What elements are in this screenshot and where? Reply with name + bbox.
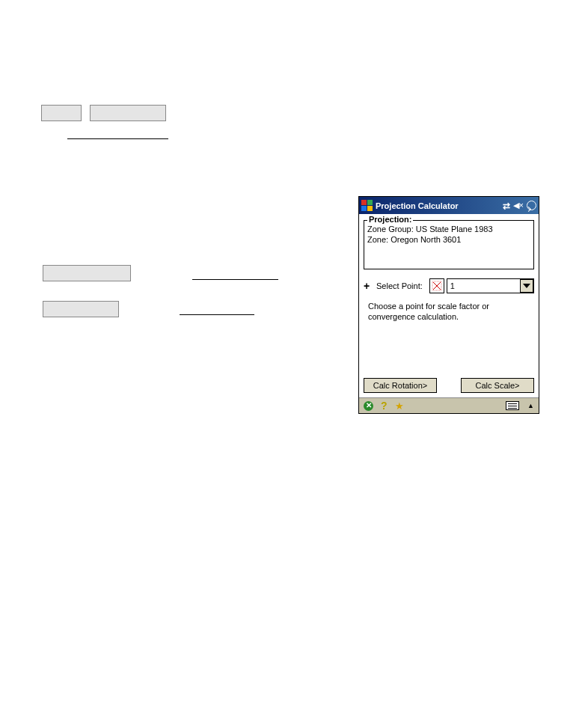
- underline-decoration-2: [192, 279, 278, 280]
- star-icon[interactable]: ★: [395, 400, 404, 412]
- point-dropdown-value: 1: [447, 281, 458, 290]
- placeholder-button-4[interactable]: [43, 301, 119, 317]
- placeholder-button-1[interactable]: [41, 105, 82, 121]
- placeholder-button-2[interactable]: [90, 105, 166, 121]
- calc-scale-button[interactable]: Calc Scale>: [461, 378, 534, 393]
- hint-text: Choose a point for scale factor or conve…: [364, 301, 534, 323]
- select-point-label: Select Point:: [376, 281, 423, 290]
- projection-calculator-window: Projection Calculator ⇄ ◀× Projection: Z…: [358, 196, 539, 414]
- windows-flag-icon: [361, 200, 373, 212]
- refresh-icon[interactable]: [527, 201, 536, 210]
- map-pick-button[interactable]: [429, 278, 444, 293]
- plus-icon[interactable]: +: [364, 280, 374, 292]
- projection-group: Projection: Zone Group: US State Plane 1…: [364, 220, 534, 269]
- title-bar-icons: ⇄ ◀×: [503, 201, 536, 211]
- map-target-icon: [432, 281, 442, 291]
- placeholder-button-3[interactable]: [43, 265, 131, 281]
- bottom-toolbar: ✕ ? ★ ▲: [359, 397, 539, 413]
- bottom-button-row: Calc Rotation> Calc Scale>: [364, 378, 534, 393]
- speaker-icon[interactable]: ◀×: [513, 201, 524, 210]
- projection-legend: Projection:: [367, 215, 413, 224]
- window-title: Projection Calculator: [376, 201, 503, 210]
- zone-group-text: Zone Group: US State Plane 1983: [367, 224, 530, 234]
- help-icon[interactable]: ?: [381, 400, 388, 412]
- select-point-row: + Select Point: 1: [364, 278, 534, 293]
- close-icon[interactable]: ✕: [364, 401, 373, 411]
- zone-text: Zone: Oregon North 3601: [367, 234, 530, 245]
- dropdown-arrow-icon[interactable]: [520, 279, 533, 293]
- calc-rotation-button[interactable]: Calc Rotation>: [364, 378, 437, 393]
- underline-decoration-1: [67, 138, 168, 139]
- keyboard-icon[interactable]: [506, 401, 519, 410]
- keyboard-menu-arrow-icon[interactable]: ▲: [527, 402, 534, 409]
- window-body: Projection: Zone Group: US State Plane 1…: [359, 214, 539, 397]
- title-bar: Projection Calculator ⇄ ◀×: [359, 197, 539, 214]
- sync-icon[interactable]: ⇄: [503, 201, 510, 211]
- point-dropdown[interactable]: 1: [447, 278, 534, 293]
- underline-decoration-3: [180, 314, 254, 315]
